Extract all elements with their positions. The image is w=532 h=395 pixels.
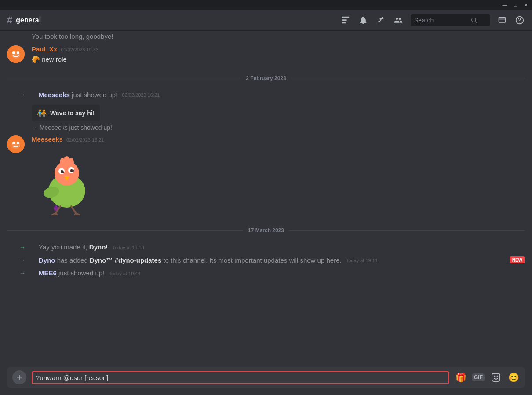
meeseeks-join-system: → Meeseeks just showed up! 02/02/2023 16…	[0, 88, 532, 102]
mee6-arrow: →	[19, 270, 26, 277]
channel-hash-icon: #	[7, 15, 12, 26]
dyno-msg-text-2: Dyno has added Dyno™ #dyno-updates to th…	[39, 255, 378, 266]
svg-rect-1	[342, 19, 347, 21]
header-icons	[340, 14, 525, 26]
svg-point-27	[69, 158, 74, 167]
svg-point-14	[17, 142, 19, 144]
dyno-time-1: Today at 19:10	[112, 245, 144, 250]
svg-point-39	[494, 376, 496, 377]
dyno-arrow-1: →	[19, 244, 26, 251]
svg-point-10	[17, 51, 19, 54]
mee6-action: just showed up!	[58, 269, 104, 277]
mee6-msg-text: MEE6 just showed up! Today at 19:44	[39, 267, 141, 279]
meeseeks-message-header: Meeseeks 02/02/2023 16:21	[32, 135, 525, 143]
paul-message: Paul_Xx 01/02/2023 19:33 🥐 new role	[0, 42, 532, 68]
dyno-action-mid: has added	[57, 256, 88, 264]
date-divider-mar-line-right	[289, 230, 525, 231]
threads-icon[interactable]	[340, 15, 351, 26]
notifications-icon[interactable]	[358, 15, 368, 26]
dyno-system-content-2: Dyno has added Dyno™ #dyno-updates to th…	[39, 255, 525, 266]
dyno-username-2: Dyno	[39, 256, 55, 264]
dyno-time-2: Today at 19:11	[346, 258, 378, 263]
paul-msg-body: 🥐 new role	[32, 55, 525, 65]
paul-msg-time: 01/02/2023 19:33	[61, 47, 98, 52]
meeseeks-joined-label: → Meeseeks just showed up!	[0, 123, 532, 132]
meeseeks-join-content: Meeseeks just showed up! 02/02/2023 16:2…	[39, 89, 525, 101]
minimize-button[interactable]: —	[502, 2, 507, 7]
wave-button[interactable]: 🧑‍🤝‍🧑 Wave to say hi!	[32, 105, 100, 121]
bird-image-container	[32, 145, 525, 217]
channel-name-label: general	[16, 16, 41, 24]
messages-area: You took too long, goodbye! Paul_Xx 01/0…	[0, 31, 532, 367]
paul-avatar	[7, 45, 25, 63]
date-divider-line-right	[292, 78, 525, 78]
dyno-highlight-2: Dyno™ #dyno-updates	[90, 256, 161, 264]
mee6-username: MEE6	[39, 269, 57, 277]
mee6-system-msg: → MEE6 just showed up! Today at 19:44	[0, 267, 532, 280]
dyno-action-end: to this channel. Its most important upda…	[163, 256, 341, 264]
dyno-arrow-2: →	[19, 256, 26, 263]
wave-btn-container: 🧑‍🤝‍🧑 Wave to say hi!	[0, 101, 532, 123]
date-divider-text-mar: 17 March 2023	[248, 227, 284, 234]
svg-rect-2	[342, 22, 346, 23]
date-divider-mar: 17 March 2023	[0, 220, 532, 241]
svg-point-26	[60, 158, 65, 167]
sticker-icon[interactable]	[490, 371, 502, 384]
close-button[interactable]: ✕	[523, 2, 528, 7]
date-divider-text-feb: 2 February 2023	[246, 75, 286, 81]
search-input[interactable]	[414, 17, 467, 24]
input-inner: + 🎁 GIF 😊	[7, 367, 525, 388]
dyno-msg-text-1: Yay you made it, Dyno! Today at 19:10	[39, 241, 144, 253]
gift-icon[interactable]: 🎁	[455, 371, 467, 384]
wave-emoji: 🧑‍🤝‍🧑	[37, 108, 47, 118]
svg-point-40	[497, 376, 498, 377]
gif-button[interactable]: GIF	[472, 373, 485, 381]
meeseeks-join-time: 02/02/2023 16:21	[122, 92, 160, 98]
paul-msg-text: new role	[42, 55, 67, 63]
new-messages-badge: NEW	[510, 256, 525, 263]
meeseeks-username-msg: Meeseeks	[32, 135, 63, 143]
svg-point-6	[519, 22, 520, 22]
svg-rect-37	[55, 205, 57, 208]
svg-line-32	[71, 206, 76, 213]
wave-btn-label: Wave to say hi!	[50, 110, 95, 117]
meeseeks-user-message: Meeseeks 02/02/2023 16:21	[0, 132, 532, 220]
svg-point-9	[12, 51, 15, 54]
svg-rect-4	[499, 17, 506, 22]
svg-rect-0	[342, 16, 350, 18]
paul-message-header: Paul_Xx 01/02/2023 19:33	[32, 45, 525, 53]
date-divider-mar-line-left	[7, 230, 243, 231]
titlebar: — □ ✕	[0, 0, 532, 10]
meeseeks-avatar	[7, 135, 25, 153]
dyno-system-msg-1: → Yay you made it, Dyno! Today at 19:10	[0, 241, 532, 254]
maximize-button[interactable]: □	[513, 2, 518, 7]
input-bar: + 🎁 GIF 😊	[0, 367, 532, 395]
paul-emoji: 🥐	[32, 55, 40, 63]
svg-point-13	[12, 142, 15, 144]
search-box[interactable]	[411, 14, 490, 26]
join-arrow-icon: →	[19, 91, 26, 98]
svg-line-31	[56, 213, 58, 215]
date-divider-line-left	[7, 78, 240, 78]
help-icon[interactable]	[514, 15, 525, 26]
paul-message-content: Paul_Xx 01/02/2023 19:33 🥐 new role	[32, 45, 525, 65]
meeseeks-message-content: Meeseeks 02/02/2023 16:21	[32, 135, 525, 217]
mee6-time: Today at 19:44	[109, 271, 140, 276]
inbox-icon[interactable]	[497, 15, 507, 26]
pins-icon[interactable]	[375, 15, 386, 26]
channel-header: # general	[0, 10, 532, 31]
svg-point-20	[63, 170, 64, 172]
svg-rect-38	[492, 373, 500, 381]
dyno-system-msg-2: → Dyno has added Dyno™ #dyno-updates to …	[0, 254, 532, 267]
mee6-system-content: MEE6 just showed up! Today at 19:44	[39, 267, 525, 279]
members-icon[interactable]	[393, 15, 404, 26]
paul-username: Paul_Xx	[32, 45, 57, 53]
message-input[interactable]	[32, 371, 449, 384]
emoji-icon[interactable]: 😊	[507, 371, 520, 384]
date-divider-feb: 2 February 2023	[0, 68, 532, 88]
meeseeks-join-text: Meeseeks just showed up! 02/02/2023 16:2…	[39, 89, 160, 101]
bird-sticker	[32, 145, 102, 215]
dyno-system-content-1: Yay you made it, Dyno! Today at 19:10	[39, 241, 525, 253]
meeseeks-action-text-1: just showed up!	[72, 91, 117, 99]
add-button[interactable]: +	[12, 370, 26, 384]
